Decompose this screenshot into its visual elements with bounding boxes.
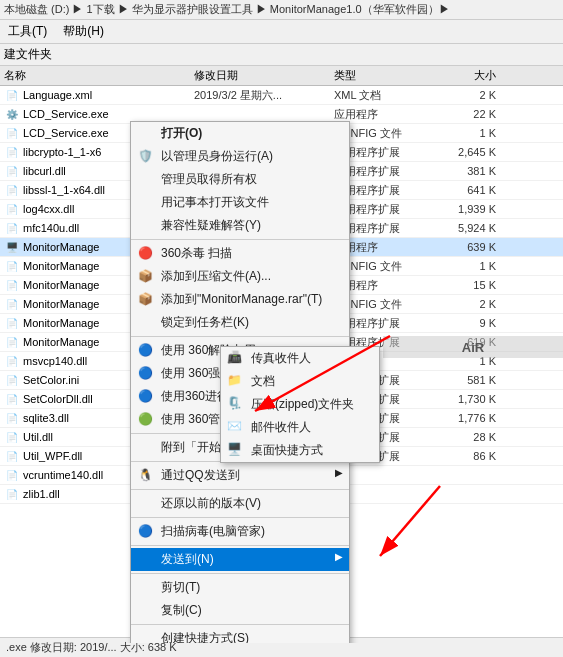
- menu-item-icon: 📦: [137, 268, 153, 284]
- file-icon: 📄: [4, 182, 20, 198]
- file-size: 381 K: [430, 165, 500, 177]
- menu-help[interactable]: 帮助(H): [59, 22, 108, 41]
- file-size: 28 K: [430, 431, 500, 443]
- submenu-item[interactable]: ✉️邮件收件人: [221, 416, 379, 439]
- context-menu-item[interactable]: 兼容性疑难解答(Y): [131, 214, 349, 237]
- menu-item-icon: 🔵: [137, 342, 153, 358]
- context-menu-item[interactable]: 🐧通过QQ发送到: [131, 464, 349, 487]
- context-menu-item[interactable]: 剪切(T): [131, 576, 349, 599]
- file-name: zlib1.dll: [23, 488, 60, 500]
- file-icon: 📄: [4, 353, 20, 369]
- file-icon: 📄: [4, 486, 20, 502]
- file-name: Util.dll: [23, 431, 53, 443]
- context-menu-item[interactable]: 打开(O): [131, 122, 349, 145]
- file-icon: 📄: [4, 277, 20, 293]
- column-headers: 名称 修改日期 类型 大小: [0, 66, 563, 86]
- file-icon: 📄: [4, 467, 20, 483]
- file-name: MonitorManage: [23, 241, 99, 253]
- file-name: libssl-1_1-x64.dll: [23, 184, 105, 196]
- breadcrumb: 本地磁盘 (D:) ▶ 1下载 ▶ 华为显示器护眼设置工具 ▶ MonitorM…: [0, 0, 563, 20]
- file-name: libcrypto-1_1-x6: [23, 146, 101, 158]
- file-icon: 📄: [4, 429, 20, 445]
- submenu-item[interactable]: 🖥️桌面快捷方式: [221, 439, 379, 462]
- file-icon: 📄: [4, 258, 20, 274]
- file-name: mfc140u.dll: [23, 222, 79, 234]
- submenu-item-icon: 📁: [227, 373, 242, 387]
- new-folder-button[interactable]: 建文件夹: [4, 47, 52, 61]
- file-size: 2 K: [430, 89, 500, 101]
- file-icon: 📄: [4, 410, 20, 426]
- file-size: 86 K: [430, 450, 500, 462]
- context-menu-item[interactable]: 🔴360杀毒 扫描: [131, 242, 349, 265]
- file-size: 2,645 K: [430, 146, 500, 158]
- file-type: XML 文档: [330, 88, 430, 103]
- file-size: 1,939 K: [430, 203, 500, 215]
- menu-tools[interactable]: 工具(T): [4, 22, 51, 41]
- file-name: MonitorManage: [23, 298, 99, 310]
- submenu-item[interactable]: 📠传真收件人: [221, 347, 379, 370]
- context-menu-separator: [131, 489, 349, 490]
- file-icon: 🖥️: [4, 239, 20, 255]
- toolbar: 建文件夹: [0, 44, 563, 66]
- submenu-item-icon: 🗜️: [227, 396, 242, 410]
- col-header-size[interactable]: 大小: [430, 68, 500, 83]
- file-name: MonitorManage: [23, 260, 99, 272]
- file-name: vcruntime140.dll: [23, 469, 103, 481]
- breadcrumb-text: 本地磁盘 (D:) ▶ 1下载 ▶ 华为显示器护眼设置工具 ▶ MonitorM…: [4, 2, 450, 17]
- context-menu-separator: [131, 545, 349, 546]
- context-menu-item[interactable]: 管理员取得所有权: [131, 168, 349, 191]
- submenu-item[interactable]: 📁文档: [221, 370, 379, 393]
- context-menu-separator: [131, 336, 349, 337]
- col-header-type[interactable]: 类型: [330, 68, 430, 83]
- file-name: MonitorManage: [23, 279, 99, 291]
- context-menu-item[interactable]: 复制(C): [131, 599, 349, 622]
- col-header-name[interactable]: 名称: [0, 68, 190, 83]
- context-menu-separator: [131, 573, 349, 574]
- file-icon: 📄: [4, 334, 20, 350]
- file-name: LCD_Service.exe: [23, 127, 109, 139]
- file-icon: 📄: [4, 163, 20, 179]
- file-name: MonitorManage: [23, 336, 99, 348]
- file-icon: 📄: [4, 201, 20, 217]
- file-name: Util_WPF.dll: [23, 450, 82, 462]
- submenu-item-icon: 📠: [227, 350, 242, 364]
- context-menu-separator: [131, 624, 349, 625]
- context-menu-separator: [131, 239, 349, 240]
- file-size: 9 K: [430, 317, 500, 329]
- submenu-item[interactable]: 🗜️压缩(zipped)文件夹: [221, 393, 379, 416]
- file-size: 581 K: [430, 374, 500, 386]
- menu-item-icon: 🟢: [137, 411, 153, 427]
- context-menu-item[interactable]: 🔵扫描病毒(电脑管家): [131, 520, 349, 543]
- file-date: 2019/3/2 星期六...: [190, 88, 330, 103]
- file-size: 1,730 K: [430, 393, 500, 405]
- file-icon: 📄: [4, 87, 20, 103]
- file-type: 应用程序: [330, 107, 430, 122]
- context-menu-item[interactable]: 用记事本打开该文件: [131, 191, 349, 214]
- file-size: 639 K: [430, 241, 500, 253]
- file-icon: 📄: [4, 315, 20, 331]
- context-menu-item[interactable]: 锁定到任务栏(K): [131, 311, 349, 334]
- file-icon: 📄: [4, 296, 20, 312]
- submenu-item-icon: 🖥️: [227, 442, 242, 456]
- menu-item-icon: 📦: [137, 291, 153, 307]
- file-name: Language.xml: [23, 89, 92, 101]
- context-menu-item[interactable]: 📦添加到"MonitorManage.rar"(T): [131, 288, 349, 311]
- context-menu-item[interactable]: 创建快捷方式(S): [131, 627, 349, 643]
- col-header-date[interactable]: 修改日期: [190, 68, 330, 83]
- menu-bar: 工具(T) 帮助(H): [0, 20, 563, 44]
- file-icon: 📄: [4, 220, 20, 236]
- menu-item-icon: 🔵: [137, 388, 153, 404]
- file-name: libcurl.dll: [23, 165, 66, 177]
- file-size: 15 K: [430, 279, 500, 291]
- file-name: sqlite3.dll: [23, 412, 69, 424]
- context-menu-item[interactable]: 发送到(N): [131, 548, 349, 571]
- file-icon: 📄: [4, 391, 20, 407]
- context-menu-item[interactable]: 🛡️以管理员身份运行(A): [131, 145, 349, 168]
- context-menu-item[interactable]: 📦添加到压缩文件(A)...: [131, 265, 349, 288]
- air-text: AiR: [462, 340, 484, 355]
- file-name: SetColor.ini: [23, 374, 79, 386]
- context-menu-item[interactable]: 还原以前的版本(V): [131, 492, 349, 515]
- table-row[interactable]: 📄 Language.xml 2019/3/2 星期六... XML 文档 2 …: [0, 86, 563, 105]
- submenu-item-icon: ✉️: [227, 419, 242, 433]
- file-size: 22 K: [430, 108, 500, 120]
